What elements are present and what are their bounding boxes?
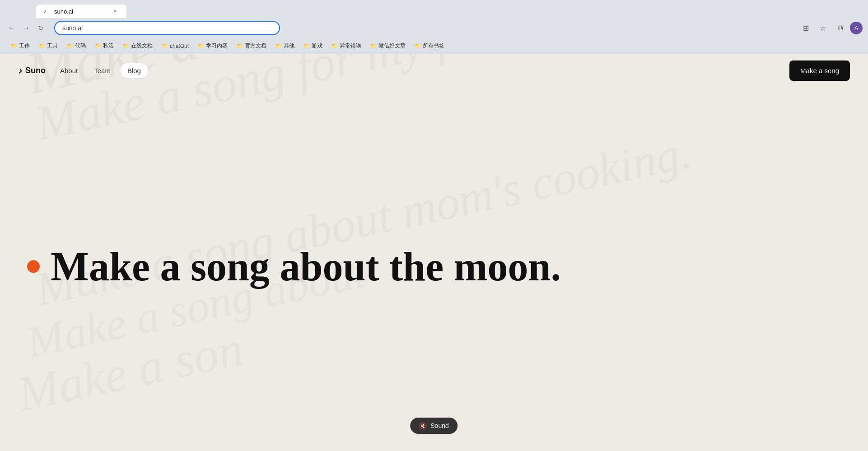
site-content: Make a songMake a song for my friend Ear…	[0, 54, 868, 451]
chrome-nav-bar: ← → ↻ suno.ai ⊞ ☆ ⧉ A	[0, 18, 868, 38]
bookmark-folder-icon: 📁	[237, 43, 243, 49]
bookmark-item[interactable]: 📁代码	[63, 40, 89, 51]
bookmark-label: 所有书签	[423, 42, 444, 50]
bookmark-item[interactable]: 📁工作	[7, 40, 33, 51]
bookmark-folder-icon: 📁	[303, 43, 310, 49]
bookmark-folder-icon: 📁	[95, 43, 101, 49]
bookmark-label: 私活	[103, 42, 114, 50]
address-bar[interactable]: suno.ai	[54, 21, 280, 35]
bookmarks-bar: 📁工作📁工具📁代码📁私活📁在线文档📁chatGpt📁学习内容📁官方文档📁其他📁游…	[0, 38, 868, 54]
chrome-tab-bar: ♪ suno.ai ×	[0, 0, 868, 18]
bookmark-item[interactable]: 📁游戏	[300, 40, 326, 51]
bookmark-folder-icon: 📁	[198, 43, 204, 49]
nav-logo[interactable]: ♪ Suno	[18, 65, 46, 76]
bookmark-item[interactable]: 📁异常错误	[328, 40, 365, 51]
bookmark-label: 工具	[47, 42, 58, 50]
bookmark-folder-icon: 📁	[39, 43, 45, 49]
address-text: suno.ai	[62, 24, 83, 32]
bookmark-folder-icon: 📁	[123, 43, 129, 49]
profile-avatar[interactable]: A	[850, 22, 863, 34]
bookmark-label: 微信好文章	[378, 42, 406, 50]
nav-link-blog[interactable]: Blog	[120, 63, 149, 79]
sound-icon: 🔇	[419, 422, 427, 429]
bookmark-label: 在线文档	[131, 42, 153, 50]
nav-link-about[interactable]: About	[53, 63, 85, 78]
bookmark-folder-icon: 📁	[275, 43, 282, 49]
bookmark-label: 代码	[75, 42, 86, 50]
tab-close-button[interactable]: ×	[111, 7, 119, 15]
bookmark-folder-icon: 📁	[415, 43, 421, 49]
profile-initial: A	[854, 25, 858, 31]
reload-button[interactable]: ↻	[34, 22, 47, 34]
extensions-icon: ⧉	[838, 24, 843, 32]
sound-button[interactable]: 🔇 Sound	[410, 418, 457, 434]
address-bar-container: suno.ai	[54, 21, 280, 35]
bookmark-item[interactable]: 📁在线文档	[119, 40, 156, 51]
make-a-song-button[interactable]: Make a song	[789, 60, 850, 81]
bookmark-item[interactable]: 📁其他	[272, 40, 298, 51]
tab-title: suno.ai	[54, 8, 73, 15]
nav-link-team[interactable]: Team	[87, 63, 118, 78]
bookmark-item[interactable]: 📁工具	[35, 40, 61, 51]
back-button[interactable]: ←	[5, 22, 18, 34]
nav-links: AboutTeamBlog	[53, 63, 149, 79]
bookmark-item[interactable]: 📁chatGpt	[158, 41, 192, 51]
reload-icon: ↻	[38, 24, 43, 32]
bookmark-item[interactable]: 📁私活	[91, 40, 117, 51]
bookmark-folder-icon: 📁	[162, 43, 168, 49]
bookmark-label: chatGpt	[170, 43, 189, 49]
bookmark-folder-icon: 📁	[11, 43, 17, 49]
bookmark-label: 官方文档	[245, 42, 266, 50]
bookmark-label: 工作	[19, 42, 30, 50]
bookmark-item[interactable]: 📁所有书签	[411, 40, 448, 51]
hero-text: Make a song about the moon.	[51, 244, 561, 289]
bookmark-label: 游戏	[312, 42, 322, 50]
translate-button[interactable]: ⊞	[798, 21, 813, 35]
logo-icon: ♪	[18, 65, 23, 76]
bookmark-folder-icon: 📁	[331, 43, 338, 49]
bookmark-item[interactable]: 📁微信好文章	[367, 40, 409, 51]
bookmark-label: 学习内容	[206, 42, 228, 50]
bookmark-item[interactable]: 📁官方文档	[233, 40, 270, 51]
hero-section: Make a song about the moon.	[0, 244, 868, 289]
bookmark-folder-icon: 📁	[370, 43, 377, 49]
bookmark-label: 其他	[284, 42, 294, 50]
background-text-4: Make a son	[13, 323, 247, 419]
nav-buttons: ← → ↻	[5, 22, 47, 34]
browser-actions: ⊞ ☆ ⧉ A	[798, 21, 863, 35]
bookmark-button[interactable]: ☆	[816, 21, 830, 35]
star-icon: ☆	[820, 24, 826, 33]
active-tab[interactable]: ♪ suno.ai ×	[36, 5, 126, 18]
bookmark-label: 异常错误	[340, 42, 361, 50]
bookmark-folder-icon: 📁	[67, 43, 73, 49]
site-nav: ♪ Suno AboutTeamBlog Make a song	[0, 54, 868, 87]
forward-button[interactable]: →	[20, 22, 33, 34]
extensions-button[interactable]: ⧉	[833, 21, 847, 35]
forward-icon: →	[23, 24, 30, 32]
sound-label: Sound	[430, 422, 448, 429]
logo-text: Suno	[25, 66, 46, 75]
bookmark-item[interactable]: 📁学习内容	[194, 40, 231, 51]
orange-dot	[27, 260, 40, 273]
back-icon: ←	[8, 24, 15, 32]
tab-favicon: ♪	[43, 8, 51, 15]
translate-icon: ⊞	[803, 24, 809, 33]
